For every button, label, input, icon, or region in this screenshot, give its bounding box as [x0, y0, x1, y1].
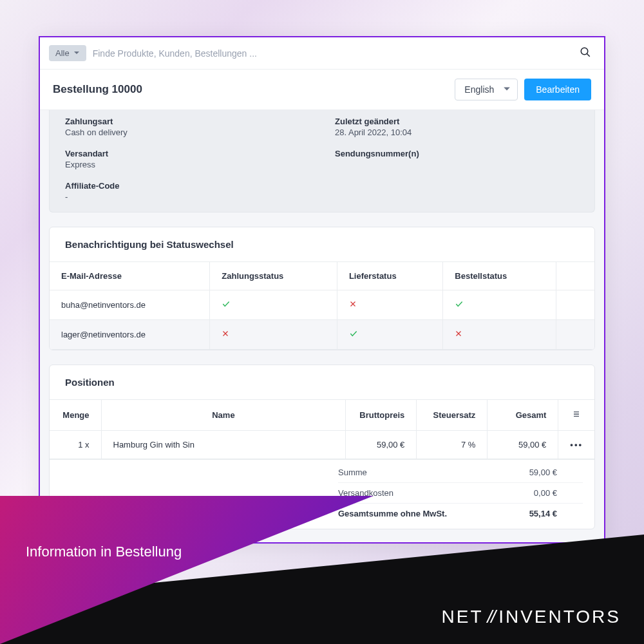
language-select[interactable]: English [455, 79, 518, 100]
cell-tax: 7 % [417, 431, 488, 459]
search-filter-label: Alle [55, 48, 70, 58]
total-sum-value: 59,00 € [529, 468, 557, 477]
shipping-method-value: Express [65, 160, 309, 169]
brand-logo: NET // INVENTORS [442, 607, 621, 627]
cell-qty: 1 x [50, 431, 101, 459]
slide-caption: Information in Bestellung [26, 544, 182, 560]
shipping-method-label: Versandart [65, 149, 309, 158]
cell-email: lager@netinventors.de [50, 320, 210, 350]
table-row: 1 xHamburg Gin with Sin59,00 €7 %59,00 €… [50, 431, 594, 459]
search-icon[interactable] [580, 46, 595, 61]
cell-delivery-status [337, 290, 442, 320]
page-header: Bestellung 10000 English Bearbeiten [40, 70, 604, 110]
notifications-panel: Benachrichtigung bei Statuswechsel E-Mai… [49, 227, 595, 350]
affiliate-code-label: Affiliate-Code [65, 181, 309, 191]
total-net-label: Gesamtsumme ohne MwSt. [338, 509, 447, 518]
chevron-down-icon [73, 48, 80, 58]
cell-email: buha@netinventors.de [50, 290, 210, 320]
svg-point-0 [581, 48, 588, 55]
total-sum-label: Summe [338, 468, 367, 477]
cell-total: 59,00 € [488, 431, 558, 459]
check-icon [455, 301, 464, 310]
cell-actions[interactable] [556, 320, 594, 350]
cell-payment-status [210, 320, 337, 350]
last-modified-label: Zuletzt geändert [335, 117, 579, 126]
col-delivery-status: Lieferstatus [337, 262, 442, 290]
col-order-status: Bestellstatus [443, 262, 556, 290]
payment-method-label: Zahlungsart [65, 117, 309, 126]
last-modified-value: 28. April 2022, 10:04 [335, 128, 579, 137]
cell-gross: 59,00 € [346, 431, 417, 459]
svg-line-1 [587, 53, 590, 57]
cell-payment-status [210, 290, 337, 320]
row-actions-button[interactable]: ••• [558, 431, 594, 459]
more-icon: ••• [570, 440, 583, 450]
check-icon [222, 301, 231, 310]
total-net-value: 55,14 € [529, 509, 557, 518]
col-total: Gesamt [488, 400, 558, 431]
notifications-title: Benachrichtigung bei Statuswechsel [50, 227, 594, 261]
search-input[interactable] [93, 48, 573, 59]
cell-actions[interactable] [556, 290, 594, 320]
col-gross: Bruttopreis [346, 400, 417, 431]
tracking-numbers-label: Sendungsnummer(n) [335, 149, 579, 158]
order-details-card: Zahlungsart Cash on delivery Versandart … [49, 110, 595, 213]
cell-order-status [443, 320, 556, 350]
check-icon [349, 330, 358, 340]
col-list-icon[interactable] [558, 400, 594, 431]
cross-icon [349, 300, 357, 310]
col-qty: Menge [50, 400, 101, 431]
cross-icon [455, 330, 462, 339]
col-email: E-Mail-Adresse [50, 262, 210, 290]
cell-delivery-status [337, 320, 442, 350]
page-title: Bestellung 10000 [53, 83, 142, 96]
payment-method-value: Cash on delivery [65, 128, 309, 137]
app-window: Alle Bestellung 10000 English Bear [39, 36, 605, 544]
col-payment-status: Zahlungsstatus [210, 262, 337, 290]
table-row: lager@netinventors.de [50, 320, 594, 350]
col-actions [556, 262, 594, 290]
language-select-value: English [464, 84, 494, 95]
chevron-down-icon [503, 84, 511, 95]
positions-table: Menge Name Bruttopreis Steuersatz Gesamt [50, 399, 594, 459]
table-row: buha@netinventors.de [50, 290, 594, 320]
positions-title: Positionen [50, 365, 594, 399]
affiliate-code-value: - [65, 192, 309, 202]
cell-order-status [443, 290, 556, 320]
brand-text-left: NET [442, 607, 484, 627]
brand-slashes: // [488, 607, 495, 627]
total-shipping-value: 0,00 € [534, 488, 557, 498]
col-name: Name [101, 400, 346, 431]
content-area: Zahlungsart Cash on delivery Versandart … [40, 110, 604, 542]
cross-icon [222, 330, 229, 339]
col-tax: Steuersatz [417, 400, 488, 431]
search-bar: Alle [40, 37, 604, 70]
notifications-table: E-Mail-Adresse Zahlungsstatus Lieferstat… [50, 261, 594, 350]
edit-button[interactable]: Bearbeiten [524, 79, 591, 100]
cell-name: Hamburg Gin with Sin [101, 431, 346, 459]
search-filter-button[interactable]: Alle [49, 45, 86, 61]
list-icon [571, 412, 582, 421]
brand-text-right: INVENTORS [498, 607, 621, 627]
